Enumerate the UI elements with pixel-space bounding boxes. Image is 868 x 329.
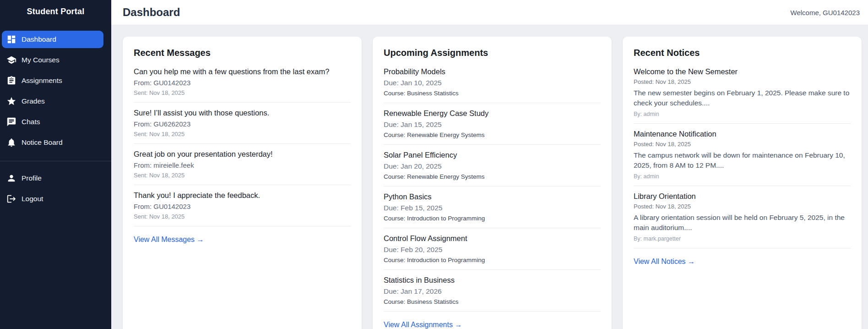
upcoming-assignments-card: Upcoming Assignments Probability Models … bbox=[373, 37, 612, 329]
sidebar-item-label: Profile bbox=[22, 174, 42, 182]
app-root: Student Portal Dashboard My Courses Assi… bbox=[0, 0, 868, 329]
view-all-assignments-link[interactable]: View All Assignments → bbox=[384, 321, 462, 329]
main-area: Dashboard Welcome, GU0142023 Recent Mess… bbox=[111, 0, 868, 329]
sidebar-item-label: Logout bbox=[22, 195, 43, 203]
assignment-course: Course: Introduction to Programming bbox=[384, 257, 601, 263]
dashboard-content: Recent Messages Can you help me with a f… bbox=[111, 25, 868, 329]
assignment-due: Due: Jan 20, 2025 bbox=[384, 162, 601, 170]
assignment-name: Statistics in Business bbox=[384, 276, 601, 285]
notice-name: Welcome to the New Semester bbox=[634, 67, 851, 76]
sidebar-item-logout[interactable]: Logout bbox=[2, 190, 103, 208]
assignment-name: Python Basics bbox=[384, 192, 601, 201]
sidebar-item-label: Assignments bbox=[22, 77, 62, 85]
assignment-name: Control Flow Assignment bbox=[384, 234, 601, 243]
clipboard-icon bbox=[6, 76, 16, 86]
notice-body: The campus network will be down for main… bbox=[634, 150, 851, 171]
message-from: From: GU0142023 bbox=[134, 203, 351, 210]
sidebar-item-grades[interactable]: Grades bbox=[2, 93, 103, 110]
assignment-due: Due: Feb 20, 2025 bbox=[384, 246, 601, 254]
recent-notices-card: Recent Notices Welcome to the New Semest… bbox=[623, 37, 862, 329]
notice-author: By: admin bbox=[634, 173, 851, 180]
sidebar-item-assignments[interactable]: Assignments bbox=[2, 72, 103, 89]
assignment-item: Renewable Energy Case Study Due: Jan 15,… bbox=[384, 109, 601, 145]
notice-author: By: admin bbox=[634, 111, 851, 117]
assignment-name: Solar Panel Efficiency bbox=[384, 151, 601, 159]
chat-bubble-icon bbox=[6, 117, 16, 127]
dashboard-icon bbox=[6, 34, 16, 44]
notice-body: The new semester begins on February 1, 2… bbox=[634, 88, 851, 109]
assignment-course: Course: Business Statistics bbox=[384, 90, 601, 97]
message-from: From: GU0142023 bbox=[134, 79, 351, 87]
notice-item: Welcome to the New Semester Posted: Nov … bbox=[634, 67, 851, 124]
notice-posted: Posted: Nov 18, 2025 bbox=[634, 78, 851, 85]
notice-author: By: mark.pargetter bbox=[634, 236, 851, 242]
assignment-due: Due: Feb 15, 2025 bbox=[384, 204, 601, 212]
message-sent: Sent: Nov 18, 2025 bbox=[134, 172, 351, 179]
card-title: Recent Messages bbox=[134, 48, 351, 58]
sidebar-item-label: Grades bbox=[22, 97, 45, 105]
sidebar-item-chats[interactable]: Chats bbox=[2, 113, 103, 131]
message-from: From: mireielle.feek bbox=[134, 161, 351, 169]
assignment-course: Course: Renewable Energy Systems bbox=[384, 173, 601, 180]
assignment-item: Probability Models Due: Jan 10, 2025 Cou… bbox=[384, 67, 601, 103]
message-item: Can you help me with a few questions fro… bbox=[134, 67, 351, 103]
sidebar-footer-nav: Profile Logout bbox=[0, 170, 111, 208]
notice-name: Maintenance Notification bbox=[634, 130, 851, 138]
assignment-item: Python Basics Due: Feb 15, 2025 Course: … bbox=[384, 192, 601, 228]
graduation-cap-icon bbox=[6, 55, 16, 65]
sidebar: Student Portal Dashboard My Courses Assi… bbox=[0, 0, 111, 329]
sidebar-divider bbox=[0, 161, 111, 161]
notice-item: Maintenance Notification Posted: Nov 18,… bbox=[634, 130, 851, 186]
message-sent: Sent: Nov 18, 2025 bbox=[134, 213, 351, 220]
message-subject: Thank you! I appreciate the feedback. bbox=[134, 191, 351, 200]
sidebar-item-label: Notice Board bbox=[22, 138, 63, 147]
assignment-due: Due: Jan 15, 2025 bbox=[384, 121, 601, 129]
assignment-item: Statistics in Business Due: Jan 17, 2026… bbox=[384, 276, 601, 312]
assignment-course: Course: Renewable Energy Systems bbox=[384, 132, 601, 138]
assignment-name: Renewable Energy Case Study bbox=[384, 109, 601, 118]
sidebar-item-dashboard[interactable]: Dashboard bbox=[2, 31, 103, 48]
recent-messages-card: Recent Messages Can you help me with a f… bbox=[123, 37, 362, 329]
assignment-item: Solar Panel Efficiency Due: Jan 20, 2025… bbox=[384, 151, 601, 186]
notice-name: Library Orientation bbox=[634, 192, 851, 201]
notice-posted: Posted: Nov 18, 2025 bbox=[634, 203, 851, 210]
message-sent: Sent: Nov 18, 2025 bbox=[134, 131, 351, 137]
message-subject: Sure! I’ll assist you with those questio… bbox=[134, 109, 351, 117]
message-item: Great job on your presentation yesterday… bbox=[134, 150, 351, 185]
message-item: Sure! I’ll assist you with those questio… bbox=[134, 109, 351, 144]
sidebar-item-notice-board[interactable]: Notice Board bbox=[2, 134, 103, 151]
sidebar-item-label: Chats bbox=[22, 118, 40, 126]
welcome-text: Welcome, GU0142023 bbox=[791, 9, 860, 16]
notice-posted: Posted: Nov 18, 2025 bbox=[634, 141, 851, 148]
page-title: Dashboard bbox=[123, 6, 180, 19]
star-icon bbox=[6, 96, 16, 106]
header: Dashboard Welcome, GU0142023 bbox=[111, 0, 868, 25]
assignment-due: Due: Jan 17, 2026 bbox=[384, 287, 601, 296]
message-from: From: GU6262023 bbox=[134, 120, 351, 128]
logout-icon bbox=[6, 194, 16, 204]
notice-item: Library Orientation Posted: Nov 18, 2025… bbox=[634, 192, 851, 248]
sidebar-nav: Dashboard My Courses Assignments Grades … bbox=[0, 31, 111, 151]
message-subject: Great job on your presentation yesterday… bbox=[134, 150, 351, 159]
notice-body: A library orientation session will be he… bbox=[634, 213, 851, 233]
view-all-notices-link[interactable]: View All Notices → bbox=[634, 258, 695, 266]
message-sent: Sent: Nov 18, 2025 bbox=[134, 89, 351, 96]
assignment-course: Course: Introduction to Programming bbox=[384, 215, 601, 222]
person-icon bbox=[6, 173, 16, 183]
assignment-course: Course: Business Statistics bbox=[384, 298, 601, 305]
sidebar-item-label: Dashboard bbox=[22, 35, 56, 44]
sidebar-item-label: My Courses bbox=[22, 56, 60, 64]
assignment-due: Due: Jan 10, 2025 bbox=[384, 79, 601, 87]
card-title: Upcoming Assignments bbox=[384, 48, 601, 58]
message-subject: Can you help me with a few questions fro… bbox=[134, 67, 351, 76]
app-title: Student Portal bbox=[0, 0, 111, 31]
message-item: Thank you! I appreciate the feedback. Fr… bbox=[134, 191, 351, 226]
sidebar-item-profile[interactable]: Profile bbox=[2, 170, 103, 187]
sidebar-item-my-courses[interactable]: My Courses bbox=[2, 51, 103, 69]
view-all-messages-link[interactable]: View All Messages → bbox=[134, 236, 204, 244]
card-title: Recent Notices bbox=[634, 48, 851, 58]
assignment-name: Probability Models bbox=[384, 67, 601, 76]
assignment-item: Control Flow Assignment Due: Feb 20, 202… bbox=[384, 234, 601, 270]
bell-icon bbox=[6, 137, 16, 148]
